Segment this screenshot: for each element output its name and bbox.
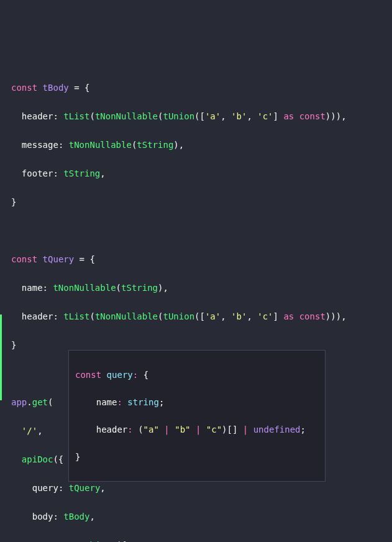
code-line: } [11,195,392,209]
code-line: header: tList(tNonNullable(tUnion(['a', … [11,109,392,124]
code-line [11,224,392,238]
code-line: returns: tObject({ [11,538,392,542]
code-line: message: tNonNullable(tString), [11,138,392,152]
code-line: const tBody = { [11,81,392,95]
code-line: body: tBody, [11,510,392,524]
code-line: query: tQuery, [11,481,392,495]
type-hover-tooltip: const query: { name: string; header: ("a… [68,350,326,482]
code-line: header: tList(tNonNullable(tUnion(['a', … [11,310,392,324]
git-gutter-added [0,315,2,400]
code-line: name: tNonNullable(tString), [11,281,392,295]
code-line: const tQuery = { [11,252,392,267]
code-line: footer: tString, [11,167,392,181]
